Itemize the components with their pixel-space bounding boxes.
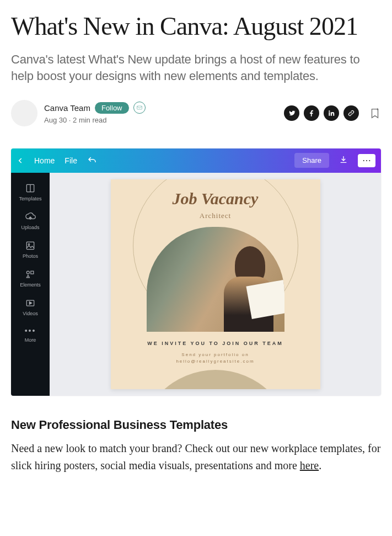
editor-topbar: Home File Share ⋯ bbox=[11, 148, 381, 173]
article-title: What's New in Canva: August 2021 bbox=[11, 11, 381, 41]
sidebar-item-photos[interactable]: Photos bbox=[11, 236, 50, 263]
poster-invite: WE INVITE YOU TO JOIN OUR TEAM bbox=[111, 341, 320, 346]
home-link[interactable]: Home bbox=[34, 156, 55, 165]
read-time: 2 min read bbox=[73, 116, 106, 124]
design-poster[interactable]: Job Vacancy Architect WE INVITE YOU TO J… bbox=[111, 179, 320, 389]
photos-icon bbox=[25, 240, 36, 251]
more-icon: ••• bbox=[25, 326, 36, 335]
bookmark-button[interactable] bbox=[369, 107, 381, 119]
article-subtitle: Canva's latest What's New update brings … bbox=[11, 51, 381, 84]
sidebar-item-label: Photos bbox=[23, 253, 38, 259]
byline-left: Canva Team Follow Aug 30 · 2 min read bbox=[11, 100, 146, 126]
editor-body: Templates Uploads Photos Elements Videos… bbox=[11, 173, 381, 396]
sidebar-item-label: Elements bbox=[20, 282, 41, 288]
uploads-icon bbox=[25, 211, 36, 222]
sidebar-item-label: Templates bbox=[19, 196, 41, 201]
undo-icon bbox=[87, 156, 97, 166]
sidebar-item-label: Videos bbox=[23, 311, 37, 316]
share-twitter[interactable] bbox=[284, 105, 299, 121]
elements-icon bbox=[25, 269, 36, 280]
mail-icon bbox=[136, 104, 143, 111]
sidebar-item-videos[interactable]: Videos bbox=[11, 293, 50, 321]
body-text: Need a new look to match your brand? Che… bbox=[11, 440, 381, 474]
avatar[interactable] bbox=[11, 100, 37, 126]
sidebar-item-templates[interactable]: Templates bbox=[11, 178, 50, 206]
share-row bbox=[284, 105, 381, 121]
follow-button[interactable]: Follow bbox=[95, 102, 129, 114]
publish-date: Aug 30 bbox=[44, 116, 67, 124]
sidebar-item-elements[interactable]: Elements bbox=[11, 264, 50, 292]
poster-line2: hello@reallygreatsite.com bbox=[111, 358, 320, 365]
svg-point-5 bbox=[26, 271, 29, 274]
byline-row: Canva Team Follow Aug 30 · 2 min read bbox=[11, 100, 381, 126]
svg-rect-3 bbox=[26, 242, 34, 249]
share-facebook[interactable] bbox=[304, 105, 319, 121]
author-block: Canva Team Follow Aug 30 · 2 min read bbox=[44, 102, 146, 124]
back-button[interactable] bbox=[17, 157, 24, 164]
sidebar-item-uploads[interactable]: Uploads bbox=[11, 207, 50, 235]
templates-icon bbox=[25, 183, 36, 194]
poster-line1: Send your portfolio on bbox=[111, 352, 320, 359]
author-name[interactable]: Canva Team bbox=[44, 103, 90, 113]
subscribe-button[interactable] bbox=[133, 102, 146, 114]
canva-share-button[interactable]: Share bbox=[294, 153, 329, 168]
poster-paper-decor bbox=[246, 278, 284, 319]
topbar-right: Share ⋯ bbox=[294, 152, 375, 169]
twitter-icon bbox=[288, 109, 296, 117]
download-button[interactable] bbox=[335, 152, 352, 169]
author-line: Canva Team Follow bbox=[44, 102, 146, 114]
more-button[interactable]: ⋯ bbox=[358, 154, 375, 167]
sidebar-item-label: Uploads bbox=[21, 225, 39, 230]
facebook-icon bbox=[308, 109, 315, 117]
body-suffix: . bbox=[319, 459, 321, 471]
bookmark-icon bbox=[369, 107, 381, 119]
meta-line: Aug 30 · 2 min read bbox=[44, 116, 146, 124]
linkedin-icon bbox=[327, 109, 335, 117]
share-linkedin[interactable] bbox=[324, 105, 339, 121]
poster-title: Job Vacancy bbox=[111, 189, 320, 208]
link-icon bbox=[347, 109, 355, 117]
undo-button[interactable] bbox=[87, 156, 97, 166]
editor-sidebar: Templates Uploads Photos Elements Videos… bbox=[11, 173, 50, 396]
sidebar-item-label: More bbox=[25, 337, 36, 343]
here-link[interactable]: here bbox=[300, 459, 319, 471]
share-link[interactable] bbox=[343, 105, 359, 121]
svg-point-4 bbox=[28, 243, 30, 245]
poster-contact: Send your portfolio on hello@reallygreat… bbox=[111, 352, 320, 366]
poster-subtitle: Architect bbox=[111, 211, 320, 220]
videos-icon bbox=[25, 298, 36, 309]
chevron-left-icon bbox=[17, 157, 24, 164]
editor-screenshot: Home File Share ⋯ Templates Uploads Phot… bbox=[11, 148, 381, 396]
sidebar-item-more[interactable]: ••• More bbox=[11, 322, 50, 347]
section-heading: New Professional Business Templates bbox=[11, 418, 381, 432]
poster-arc-decor bbox=[138, 370, 293, 389]
body-prefix: Need a new look to match your brand? Che… bbox=[11, 442, 380, 471]
canvas-area[interactable]: Job Vacancy Architect WE INVITE YOU TO J… bbox=[50, 173, 381, 396]
svg-rect-6 bbox=[31, 271, 34, 274]
file-menu[interactable]: File bbox=[65, 156, 77, 165]
topbar-left: Home File bbox=[17, 156, 97, 166]
download-icon bbox=[339, 155, 348, 164]
svg-rect-0 bbox=[137, 106, 142, 109]
